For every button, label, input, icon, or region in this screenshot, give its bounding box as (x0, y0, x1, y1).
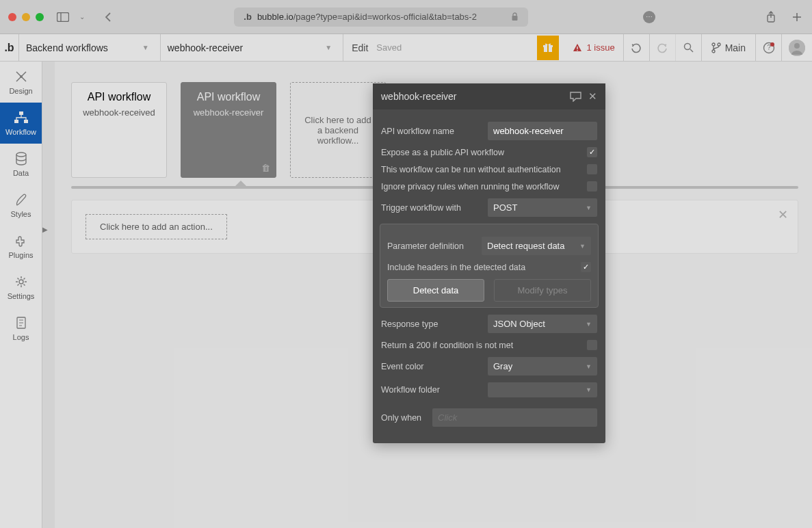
select-value: Gray (493, 361, 512, 371)
user-avatar[interactable] (789, 40, 805, 56)
trigger-select[interactable]: POST▼ (488, 198, 597, 217)
comment-icon[interactable] (570, 92, 581, 102)
reader-icon[interactable]: ⋯ (643, 11, 655, 23)
branch-button[interactable]: Main (702, 34, 756, 61)
logs-icon (14, 315, 29, 330)
svg-point-13 (712, 50, 715, 53)
workflow-block-selected[interactable]: API workflow webhook-receiver 🗑 (181, 82, 276, 178)
modify-types-button[interactable]: Modify types (494, 279, 591, 302)
design-icon (14, 69, 29, 84)
noauth-checkbox[interactable] (587, 164, 597, 174)
ignore-privacy-checkbox[interactable] (587, 181, 597, 192)
issues-button[interactable]: 1 issue (564, 34, 623, 61)
svg-point-23 (16, 153, 26, 157)
search-button[interactable] (676, 34, 702, 61)
svg-point-16 (770, 42, 774, 47)
svg-point-24 (19, 280, 23, 284)
maximize-window-button[interactable] (36, 13, 44, 21)
only-when-input[interactable] (432, 408, 597, 427)
workflow-block[interactable]: API workflow webhook-received (71, 82, 167, 178)
expose-checkbox[interactable]: ✓ (587, 147, 597, 157)
traffic-lights (8, 13, 44, 21)
sidebar-label: Workflow (5, 128, 36, 136)
add-workflow-block[interactable]: Click here to add a backend workflow... (290, 82, 386, 178)
redo-button[interactable] (650, 34, 676, 61)
back-button[interactable] (101, 10, 115, 24)
add-action-block[interactable]: Click here to add an action... (86, 214, 227, 239)
sidebar-item-design[interactable]: Design (0, 62, 42, 103)
left-sidebar: Design Workflow Data Styles Plugins Sett… (0, 62, 42, 528)
field-label: Response type (381, 319, 481, 329)
field-label: Workflow folder (381, 385, 481, 395)
chevron-down-icon[interactable]: ⌄ (75, 10, 89, 24)
expand-sidebar-icon[interactable]: ▶ (42, 226, 48, 233)
close-actions-icon[interactable]: ✕ (778, 207, 788, 222)
plugins-icon (14, 233, 29, 248)
sidebar-label: Design (9, 87, 32, 95)
share-icon[interactable] (764, 10, 778, 24)
workflow-dropdown[interactable]: webhook-receiver ▼ (161, 34, 343, 61)
sidebar-item-settings[interactable]: Settings (0, 267, 42, 308)
return-200-checkbox[interactable] (587, 340, 597, 350)
panel-header[interactable]: webhook-receiver ✕ (373, 83, 605, 109)
svg-rect-8 (577, 50, 578, 51)
sidebar-item-workflow[interactable]: Workflow (0, 103, 42, 144)
sidebar-label: Logs (13, 333, 29, 341)
svg-point-11 (712, 43, 715, 46)
branch-label: Main (725, 42, 746, 53)
gift-button[interactable] (537, 36, 559, 60)
select-value: POST (493, 202, 517, 213)
highlighted-parameter-group: Parameter definition Detect request data… (380, 224, 599, 308)
close-panel-icon[interactable]: ✕ (588, 90, 597, 103)
sidebar-item-plugins[interactable]: Plugins (0, 226, 42, 267)
svg-rect-21 (14, 120, 18, 123)
minimize-window-button[interactable] (22, 13, 30, 21)
new-tab-icon[interactable] (790, 10, 804, 24)
workflow-folder-select[interactable]: ▼ (488, 382, 597, 397)
svg-point-19 (20, 75, 23, 78)
include-headers-checkbox[interactable]: ✓ (581, 262, 591, 272)
response-type-select[interactable]: JSON Object▼ (488, 315, 597, 333)
close-window-button[interactable] (8, 13, 16, 21)
svg-rect-20 (19, 111, 23, 115)
caret-icon: ▼ (586, 363, 592, 370)
field-label: Only when (381, 413, 425, 423)
view-dropdown-label: Backend workflows (26, 42, 108, 53)
field-label: API workflow name (381, 127, 481, 136)
paramdef-select[interactable]: Detect request data▼ (482, 237, 591, 255)
workflow-title: API workflow (80, 91, 158, 103)
help-button[interactable]: ? (756, 34, 782, 61)
sidebar-toggle-icon[interactable] (56, 10, 70, 24)
issues-count: 1 issue (586, 42, 614, 53)
caret-icon: ▼ (325, 44, 332, 51)
workflow-title: API workflow (189, 91, 267, 103)
select-value: JSON Object (493, 319, 545, 329)
app-toolbar: .b Backend workflows ▼ webhook-receiver … (0, 34, 812, 62)
sidebar-item-data[interactable]: Data (0, 144, 42, 185)
svg-rect-22 (24, 120, 28, 123)
caret-icon: ▼ (586, 204, 592, 211)
svg-rect-7 (577, 47, 578, 49)
event-color-select[interactable]: Gray▼ (488, 357, 597, 375)
styles-icon (14, 192, 29, 207)
add-workflow-label: Click here to add a backend workflow... (302, 115, 374, 146)
saved-status: Saved (376, 42, 402, 53)
undo-button[interactable] (624, 34, 650, 61)
svg-point-12 (718, 43, 720, 46)
view-dropdown[interactable]: Backend workflows ▼ (19, 34, 161, 61)
browser-chrome: ⌄ .b bubble.io/page?type=api&id=workos-o… (0, 0, 812, 34)
sidebar-label: Data (13, 169, 29, 177)
svg-line-10 (690, 49, 693, 52)
workflow-name-input[interactable] (488, 122, 597, 140)
field-label: This workflow can be run without authent… (381, 165, 580, 174)
edit-mode-label[interactable]: Edit (343, 42, 376, 53)
bubble-logo[interactable]: .b (0, 34, 19, 62)
detect-data-button[interactable]: Detect data (387, 279, 484, 302)
field-label: Trigger workflow with (381, 203, 481, 213)
url-bar[interactable]: .b bubble.io/page?type=api&id=workos-off… (234, 8, 528, 27)
sidebar-item-styles[interactable]: Styles (0, 185, 42, 226)
svg-rect-2 (512, 16, 518, 21)
sidebar-label: Plugins (8, 251, 33, 259)
sidebar-item-logs[interactable]: Logs (0, 308, 42, 349)
trash-icon[interactable]: 🗑 (261, 163, 270, 173)
